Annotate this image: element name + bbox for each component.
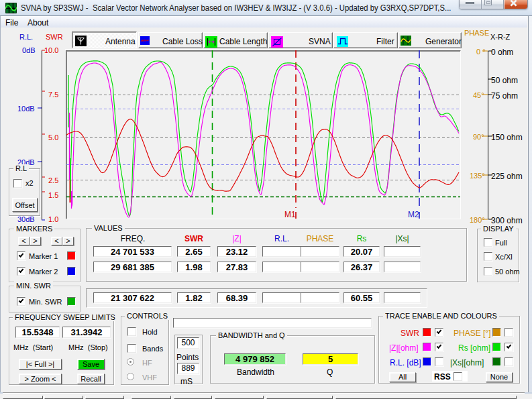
svg-text:M1: M1: [284, 210, 296, 219]
svg-text:M2: M2: [408, 210, 419, 219]
